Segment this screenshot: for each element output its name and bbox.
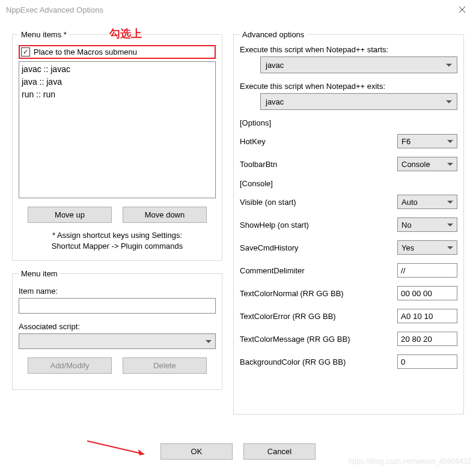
- bgcolor-input[interactable]: [397, 354, 457, 369]
- menu-item-legend: Menu item: [19, 269, 60, 278]
- macros-checkbox-label: Place to the Macros submenu: [34, 47, 137, 56]
- savecmd-select[interactable]: Yes: [397, 240, 457, 255]
- menu-items-legend: Menu items *: [19, 30, 69, 39]
- chevron-down-icon: [447, 201, 453, 204]
- savecmd-value: Yes: [401, 243, 414, 252]
- macros-submenu-checkbox-row[interactable]: ✓ Place to the Macros submenu: [19, 45, 216, 59]
- chevron-down-icon: [447, 163, 453, 166]
- add-modify-button[interactable]: Add/Modify: [28, 357, 112, 374]
- macros-checkbox[interactable]: ✓: [21, 47, 30, 56]
- visible-select[interactable]: Auto: [397, 195, 457, 209]
- hotkey-select[interactable]: F6: [397, 134, 457, 148]
- list-item[interactable]: java :: java: [22, 76, 213, 88]
- move-down-button[interactable]: Move down: [123, 207, 207, 223]
- menu-items-listbox[interactable]: javac :: javac java :: java run :: run: [19, 61, 216, 198]
- list-item[interactable]: run :: run: [22, 88, 213, 101]
- exec-on-start-select[interactable]: javac: [260, 56, 457, 73]
- menu-item-group: Menu item Item name: Associated script: …: [12, 269, 222, 390]
- move-up-button[interactable]: Move up: [28, 207, 112, 223]
- textcolor-normal-input[interactable]: [397, 286, 457, 300]
- delete-button[interactable]: Delete: [123, 357, 207, 374]
- chevron-down-icon: [447, 223, 453, 226]
- showhelp-label: ShowHelp (on start): [240, 220, 309, 229]
- close-button[interactable]: [448, 0, 476, 19]
- cancel-button[interactable]: Cancel: [243, 443, 316, 460]
- toolbarbtn-select[interactable]: Console: [397, 157, 457, 171]
- chevron-down-icon: [446, 100, 452, 103]
- exec-on-start-value: javac: [266, 61, 284, 70]
- check-icon: ✓: [23, 49, 28, 55]
- console-header: [Console]: [240, 179, 457, 188]
- visible-label: Visible (on start): [240, 198, 296, 207]
- menu-items-group: Menu items * ✓ Place to the Macros subme…: [12, 30, 222, 261]
- textcolor-normal-label: TextColorNormal (RR GG BB): [240, 289, 344, 298]
- associated-script-select[interactable]: [19, 333, 216, 349]
- window-title: NppExec Advanced Options: [6, 5, 103, 14]
- chevron-down-icon: [447, 246, 453, 249]
- exec-on-exit-value: javac: [266, 97, 284, 106]
- textcolor-error-input[interactable]: [397, 309, 457, 323]
- exec-on-exit-label: Execute this script when Notepad++ exits…: [240, 82, 457, 91]
- showhelp-value: No: [401, 220, 412, 229]
- item-name-input[interactable]: [19, 298, 216, 314]
- hotkey-label: HotKey: [240, 137, 266, 146]
- ok-button[interactable]: OK: [160, 443, 233, 460]
- list-item[interactable]: javac :: javac: [22, 63, 213, 76]
- toolbarbtn-label: ToolbarBtn: [240, 160, 277, 169]
- visible-value: Auto: [401, 198, 418, 207]
- associated-script-label: Associated script:: [19, 322, 216, 331]
- chevron-down-icon: [206, 340, 212, 343]
- hotkey-value: F6: [401, 137, 410, 146]
- close-icon: [459, 6, 466, 13]
- exec-on-exit-select[interactable]: javac: [260, 93, 457, 110]
- comment-delim-input[interactable]: [397, 263, 457, 278]
- options-header: [Options]: [240, 118, 457, 127]
- showhelp-select[interactable]: No: [397, 217, 457, 232]
- textcolor-message-label: TextColorMessage (RR GG BB): [240, 335, 350, 344]
- advanced-options-legend: Advanced options: [240, 30, 307, 39]
- advanced-options-group: Advanced options Execute this script whe…: [233, 30, 464, 415]
- chevron-down-icon: [446, 64, 452, 67]
- chevron-down-icon: [447, 140, 453, 143]
- textcolor-error-label: TextColorError (RR GG BB): [240, 312, 336, 321]
- comment-delim-label: CommentDelimiter: [240, 266, 305, 275]
- annotation-text: 勾选上: [109, 26, 142, 41]
- shortcut-hint: * Assign shortcut keys using Settings: S…: [19, 230, 216, 252]
- savecmd-label: SaveCmdHistory: [240, 243, 299, 252]
- exec-on-start-label: Execute this script when Notepad++ start…: [240, 45, 457, 54]
- toolbarbtn-value: Console: [401, 160, 430, 169]
- textcolor-message-input[interactable]: [397, 332, 457, 346]
- title-bar: NppExec Advanced Options: [0, 0, 476, 19]
- bgcolor-label: BackgroundColor (RR GG BB): [240, 357, 346, 366]
- item-name-label: Item name:: [19, 287, 216, 296]
